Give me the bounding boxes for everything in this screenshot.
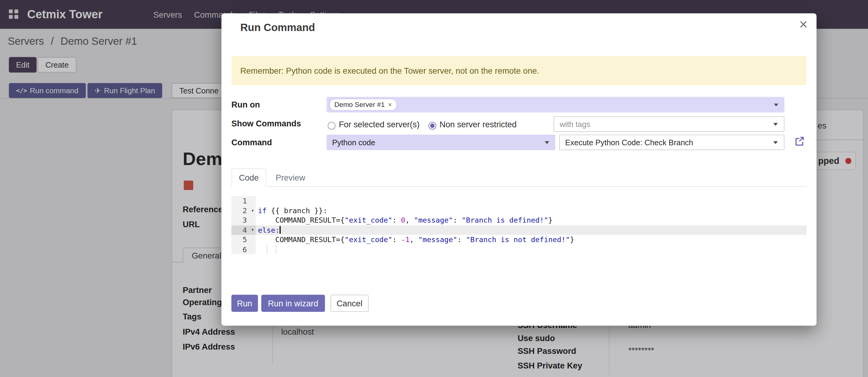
code-line-content[interactable]: COMMAND_RESULT={"exit_code": 0, "message… (256, 215, 807, 225)
modal-tabs: Code Preview (231, 168, 314, 187)
fold-icon[interactable]: ▾ (251, 206, 254, 215)
chevron-down-icon (545, 141, 549, 144)
code-line-content[interactable] (256, 196, 807, 206)
command-value: Execute Python Code: Check Branch (565, 138, 693, 147)
close-icon[interactable]: × (799, 17, 808, 31)
fold-icon[interactable]: ▾ (251, 225, 254, 235)
code-line-content[interactable] (256, 244, 807, 254)
gutter-line-number[interactable]: 6 (231, 244, 256, 254)
editor-line-3[interactable]: 3 COMMAND_RESULT={"exit_code": 0, "messa… (231, 215, 807, 225)
server-tag-label: Demo Server #1 (335, 101, 385, 108)
command-label: Command (231, 137, 272, 147)
code-token-plain: {{ branch }}: (267, 206, 327, 215)
tags-filter-select[interactable]: with tags (554, 116, 784, 132)
code-token-plain: } (548, 216, 552, 224)
code-token-plain: : (392, 235, 401, 243)
run-in-wizard-button[interactable]: Run in wizard (261, 295, 325, 312)
chevron-down-icon (773, 123, 778, 126)
code-token-string: "Branch is not defined!" (466, 235, 570, 243)
code-token-plain: : (458, 235, 466, 243)
code-token-number: 0 (401, 216, 405, 224)
code-editor[interactable]: 12▾if {{ branch }}:3 COMMAND_RESULT={"ex… (231, 196, 807, 254)
run-on-label: Run on (231, 99, 260, 109)
code-token-number: -1 (401, 235, 409, 243)
code-line-content[interactable]: else: (256, 225, 807, 235)
tab-code[interactable]: Code (231, 168, 266, 187)
code-token-plain: : (453, 216, 461, 224)
run-button[interactable]: Run (231, 295, 257, 312)
radio-non-server-restricted-label[interactable]: Non server restricted (439, 120, 517, 129)
run-on-field[interactable]: Demo Server #1 × (327, 97, 784, 112)
code-token-keyword: if (258, 206, 267, 215)
command-type-value: Python code (332, 138, 375, 147)
command-type-select[interactable]: Python code (327, 135, 555, 150)
code-line-content[interactable]: COMMAND_RESULT={"exit_code": -1, "messag… (256, 235, 807, 244)
code-token-plain: } (570, 235, 574, 243)
gutter-line-number[interactable]: 2▾ (231, 206, 256, 215)
code-token-plain: COMMAND_RESULT={ (258, 235, 345, 243)
editor-line-1[interactable]: 1 (231, 196, 807, 206)
code-token-plain: COMMAND_RESULT={ (258, 216, 345, 224)
code-token-string: "exit_code" (344, 216, 392, 224)
gutter-line-number[interactable]: 1 (231, 196, 256, 206)
code-token-plain: : (275, 226, 280, 234)
run-command-modal: Run Command × Remember: Python code is e… (222, 13, 816, 326)
indent-guide (276, 244, 276, 254)
gutter-line-number[interactable]: 4▾ (231, 225, 256, 235)
editor-line-5[interactable]: 5 COMMAND_RESULT={"exit_code": -1, "mess… (231, 235, 807, 244)
chevron-down-icon (773, 141, 778, 144)
remove-tag-icon[interactable]: × (388, 101, 392, 108)
tags-filter-placeholder: with tags (560, 120, 590, 128)
code-token-keyword: else (258, 226, 275, 234)
code-line-content[interactable]: if {{ branch }}: (256, 206, 807, 215)
code-token-plain: , (410, 235, 418, 243)
code-token-string: "exit_code" (344, 235, 392, 243)
radio-non-server-restricted[interactable] (429, 122, 436, 129)
editor-line-2[interactable]: 2▾if {{ branch }}: (231, 206, 807, 215)
radio-for-selected-servers[interactable] (328, 122, 335, 129)
code-token-string: "Branch is defined!" (462, 216, 549, 224)
code-token-plain: : (392, 216, 401, 224)
command-select[interactable]: Execute Python Code: Check Branch (559, 135, 784, 150)
external-link-icon[interactable] (794, 136, 805, 147)
warning-alert: Remember: Python code is executed on the… (231, 56, 807, 85)
code-token-string: "message" (418, 235, 457, 243)
radio-for-selected-servers-label[interactable]: For selected server(s) (339, 120, 420, 129)
code-token-string: "message" (414, 216, 453, 224)
show-commands-label: Show Commands (231, 118, 301, 128)
tab-preview[interactable]: Preview (266, 168, 315, 187)
code-token-plain: , (405, 216, 414, 224)
gutter-line-number[interactable]: 5 (231, 235, 256, 244)
gutter-line-number[interactable]: 3 (231, 215, 256, 225)
editor-line-4[interactable]: 4▾else: (231, 225, 807, 235)
chevron-down-icon (774, 104, 778, 106)
server-tag-chip: Demo Server #1 × (329, 99, 397, 111)
tabs-underline (231, 186, 807, 187)
indent-guide (267, 244, 268, 254)
text-cursor (280, 226, 281, 233)
editor-line-6[interactable]: 6 (231, 244, 807, 254)
cancel-button[interactable]: Cancel (331, 295, 369, 312)
modal-title: Run Command (240, 22, 315, 34)
